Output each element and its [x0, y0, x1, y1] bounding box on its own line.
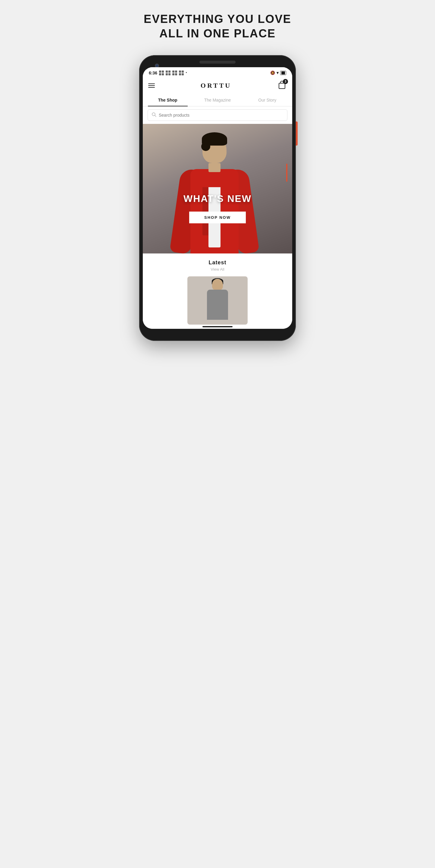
- phone-screen-inner: 6:36: [143, 67, 292, 329]
- phone-shell: 6:36: [139, 55, 296, 341]
- search-input-wrap[interactable]: [147, 110, 288, 121]
- app-grid-icon-3: [172, 70, 177, 75]
- page-headline: EVERYTHING YOU LOVE ALL IN ONE PLACE: [144, 12, 291, 41]
- product-figure-head: [212, 279, 223, 290]
- status-bar: 6:36: [143, 67, 292, 77]
- hamburger-menu-icon[interactable]: [148, 84, 155, 88]
- muted-icon: 🔕: [270, 70, 275, 75]
- tab-the-magazine[interactable]: The Magazine: [193, 94, 242, 106]
- hero-title: WHAT'S NEW: [143, 193, 292, 204]
- app-header: ORTTU 3: [143, 77, 292, 94]
- app-grid-icon: [159, 70, 164, 75]
- tab-our-story[interactable]: Our Story: [242, 94, 292, 106]
- hero-section: WHAT'S NEW SHOP NOW: [143, 124, 292, 253]
- cart-button[interactable]: 3: [277, 80, 287, 91]
- battery-icon: [280, 71, 286, 75]
- shop-now-button[interactable]: SHOP NOW: [189, 212, 246, 223]
- view-all-button[interactable]: View All: [147, 267, 288, 272]
- svg-rect-0: [279, 83, 285, 89]
- phone-bottom: [143, 329, 292, 334]
- wifi-icon: ▾: [276, 70, 279, 75]
- product-preview: [147, 276, 288, 324]
- latest-header: Latest View All: [147, 259, 288, 272]
- scroll-indicator: [286, 164, 288, 182]
- product-card[interactable]: [188, 276, 247, 324]
- search-bar: [143, 106, 292, 124]
- status-icons: 🔕 ▾: [270, 70, 286, 75]
- phone-screen: 6:36: [143, 67, 292, 329]
- hero-text: WHAT'S NEW SHOP NOW: [143, 193, 292, 223]
- status-dot: ·: [186, 70, 187, 76]
- search-input[interactable]: [159, 113, 283, 118]
- cart-badge: 3: [283, 79, 288, 84]
- tab-navigation: The Shop The Magazine Our Story: [143, 94, 292, 106]
- status-time: 6:36: [149, 70, 157, 75]
- status-left: 6:36: [149, 70, 187, 76]
- home-bar: [202, 326, 233, 327]
- search-icon: [152, 112, 156, 118]
- brand-logo: ORTTU: [201, 82, 231, 90]
- phone-speaker: [199, 61, 236, 64]
- latest-section: Latest View All: [143, 253, 292, 324]
- app-grid-icon-4: [179, 70, 184, 75]
- latest-title: Latest: [147, 259, 288, 266]
- product-figure-body: [207, 290, 228, 320]
- app-grid-icon-2: [166, 70, 170, 75]
- svg-line-2: [155, 116, 156, 117]
- home-indicator-area: [143, 324, 292, 329]
- tab-the-shop[interactable]: The Shop: [143, 94, 193, 106]
